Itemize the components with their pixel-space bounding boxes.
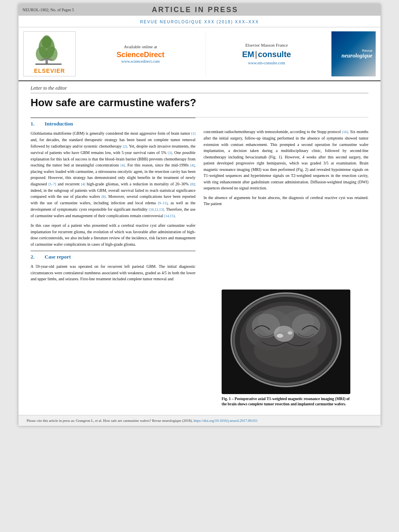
sciencedirect-label[interactable]: ScienceDirect [117, 51, 165, 59]
ref2[interactable]: [2] [123, 144, 127, 148]
svg-rect-5 [41, 59, 52, 60]
ref14-15[interactable]: [14,15] [164, 214, 175, 218]
section2-paragraph: A 59-year-old patient was operated on fo… [31, 263, 195, 282]
main-content: 1. Introduction Glioblastoma multiforme … [19, 117, 380, 285]
svg-rect-6 [35, 64, 62, 65]
section1-paragraph2: In this case report of a patient who pre… [31, 222, 195, 247]
mri-image [222, 290, 350, 394]
figure1-block: Fig. 1 – Postoperative axial T1-weighted… [204, 290, 368, 407]
citation-text: Please cite this article in press as: Gr… [27, 419, 193, 423]
article-id: NEUROL-1902; No. of Pages 5 [23, 8, 74, 12]
sciencedirect-block: Available online at ScienceDirect www.sc… [80, 31, 202, 76]
svg-point-17 [277, 334, 283, 338]
article-title: How safe are carmustine wafers? [31, 97, 368, 109]
right-paragraph1: concomitant radiochemotherapy with temoz… [204, 129, 368, 191]
elsevier-wordmark: ELSEVIER [34, 68, 65, 74]
em-consulte-block: Elsevier Masson France EM | consulte www… [206, 31, 328, 76]
consulte-label: consulte [258, 50, 291, 59]
section2-number: 2. [31, 254, 39, 260]
ref5-7[interactable]: [5–7] [48, 182, 56, 186]
section1-number: 1. [31, 121, 39, 127]
ref3[interactable]: [3] [168, 151, 172, 155]
citation-doi[interactable]: https://doi.org/10.1016/j.neurol.2017.09… [193, 419, 258, 423]
em-consulte-label: EM | consulte [242, 50, 291, 59]
figure-caption: Fig. 1 – Postoperative axial T1-weighted… [222, 396, 350, 407]
ref1[interactable]: [1] [191, 131, 196, 136]
ref16[interactable]: [16] [342, 130, 348, 134]
section1-heading: 1. Introduction [31, 117, 195, 127]
letter-label: Letter to the editor [31, 85, 368, 93]
em-consulte-url[interactable]: www.em-consulte.com [248, 61, 285, 65]
page: NEUROL-1902; No. of Pages 5 ARTICLE IN P… [19, 4, 380, 426]
right-column: concomitant radiochemotherapy with temoz… [204, 117, 368, 285]
ref10-13[interactable]: [10,12,13] [149, 207, 164, 212]
available-text: Available online at [124, 44, 157, 49]
elsevier-masson-label: Elsevier Masson France [245, 43, 288, 47]
mri-svg [222, 290, 350, 394]
ref8a[interactable]: [8] [190, 182, 195, 186]
svg-point-4 [42, 35, 51, 48]
left-column: 1. Introduction Glioblastoma multiforme … [31, 117, 195, 285]
elsevier-logo: ELSEVIER [23, 31, 76, 76]
ref4b[interactable]: [4] [190, 163, 195, 167]
article-in-press-label: ARTICLE IN PRESS [152, 6, 239, 14]
top-bar: NEUROL-1902; No. of Pages 5 ARTICLE IN P… [19, 4, 380, 16]
right-paragraph2: In the absence of arguments for brain ab… [204, 195, 368, 207]
section2-title: Case report [45, 254, 71, 260]
em-label: EM [242, 50, 254, 59]
revue-label: Revue [362, 49, 372, 53]
ref9-11[interactable]: [9–11] [158, 201, 167, 205]
section1-paragraph1: Glioblastoma multiforme (GBM) is general… [31, 130, 195, 219]
sciencedirect-url[interactable]: www.sciencedirect.com [121, 59, 160, 64]
header-section: ELSEVIER Available online at ScienceDire… [19, 27, 380, 81]
ref4c[interactable]: [4] [81, 182, 85, 186]
ref8b[interactable]: [8] [101, 195, 106, 199]
ref4a[interactable]: [4] [121, 163, 125, 167]
svg-point-18 [288, 331, 292, 335]
figure-area: Fig. 1 – Postoperative axial T1-weighted… [19, 286, 380, 411]
revue-title: neurologique [341, 53, 372, 60]
section2-heading: 2. Case report [31, 251, 195, 260]
revue-neurologique-logo: Revue neurologique [331, 31, 376, 76]
journal-subtitle: REVUE NEUROLOGIQUE XXX (2018) XXX–XXX [140, 20, 259, 24]
citation-bar: Please cite this article in press as: Gr… [19, 415, 380, 426]
elsevier-tree-icon [29, 34, 70, 66]
svg-point-15 [292, 314, 320, 338]
section1-title: Introduction [45, 121, 73, 127]
journal-subtitle-bar: REVUE NEUROLOGIQUE XXX (2018) XXX–XXX [19, 16, 380, 27]
em-pipe: | [255, 50, 257, 59]
letter-section: Letter to the editor How safe are carmus… [19, 81, 380, 117]
